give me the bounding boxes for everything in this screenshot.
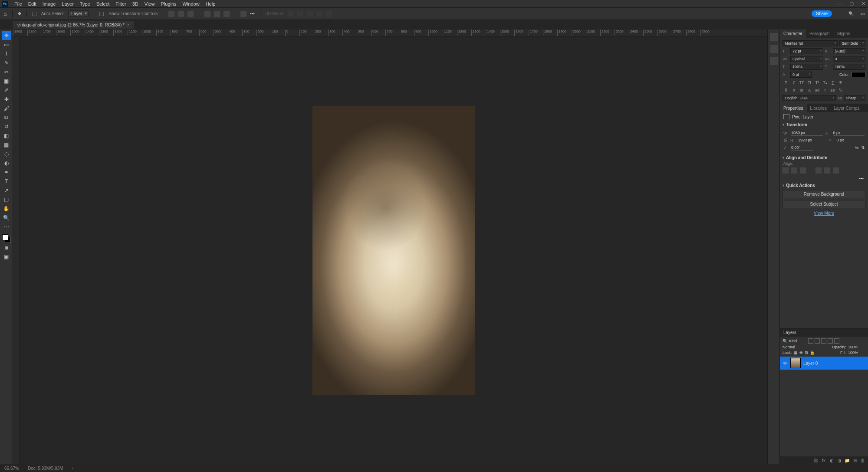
filter-pixel-icon[interactable] [808, 338, 813, 344]
auto-select-checkbox[interactable] [32, 12, 36, 16]
close-icon[interactable]: ✕ [861, 1, 865, 7]
tab-properties[interactable]: Properties [780, 104, 807, 112]
leading-field[interactable]: (Auto) [833, 48, 866, 54]
font-size-field[interactable]: 72 pt [790, 48, 823, 54]
frame-tool[interactable]: ▣ [2, 77, 11, 85]
filter-shape-icon[interactable] [828, 338, 833, 344]
align-left-button[interactable] [783, 167, 789, 174]
menu-3d[interactable]: 3D [129, 1, 141, 7]
move-tool[interactable]: ✥ [2, 31, 11, 40]
align-vcenter-button[interactable] [824, 167, 830, 174]
menu-edit[interactable]: Edit [25, 1, 39, 7]
auto-select-dropdown[interactable]: Layer [68, 10, 89, 17]
menu-image[interactable]: Image [39, 1, 59, 7]
language-dropdown[interactable]: English: USA [783, 95, 836, 101]
titling-button[interactable]: T [822, 87, 829, 93]
layer-group-icon[interactable]: 📁 [845, 458, 850, 463]
marquee-tool[interactable]: ▭ [2, 40, 11, 49]
align-more-icon[interactable]: ••• [780, 175, 868, 182]
ligatures-button[interactable]: fi [783, 87, 789, 93]
dock-adjustments-icon[interactable] [770, 57, 778, 65]
remove-background-button[interactable]: Remove Background [783, 190, 865, 198]
quick-actions-header[interactable]: Quick Actions [780, 182, 868, 189]
zoom-tool[interactable]: 🔍 [2, 213, 11, 222]
hscale-field[interactable]: 100% [833, 64, 866, 70]
discretionary-button[interactable]: st [798, 87, 805, 93]
layer-name[interactable]: Layer 0 [803, 361, 818, 366]
align-center-h-icon[interactable] [178, 11, 184, 17]
edit-toolbar[interactable]: ⋯ [2, 223, 11, 231]
swash-button[interactable]: A [806, 87, 813, 93]
menu-help[interactable]: Help [203, 1, 219, 7]
shape-tool[interactable]: ▢ [2, 195, 11, 204]
minimize-icon[interactable]: — [837, 1, 842, 7]
blend-mode-dropdown[interactable]: Normal [783, 345, 830, 349]
dock-color-icon[interactable] [770, 33, 778, 41]
tracking-field[interactable]: 0 [833, 56, 866, 62]
superscript-button[interactable]: T¹ [814, 79, 821, 85]
blur-tool[interactable]: ◌ [2, 150, 11, 158]
select-subject-button[interactable]: Select Subject [783, 200, 865, 208]
history-brush-tool[interactable]: ↺ [2, 122, 11, 131]
strike-button[interactable]: T [837, 79, 844, 85]
lock-artboard-icon[interactable]: ⊞ [805, 351, 808, 355]
ruler-horizontal[interactable]: 1900180017001600150014001300120011001000… [13, 30, 767, 36]
layer-row[interactable]: 👁 Layer 0 [780, 357, 868, 370]
menu-filter[interactable]: Filter [112, 1, 129, 7]
tab-libraries[interactable]: Libraries [807, 104, 830, 112]
underline-button[interactable]: T [829, 79, 836, 85]
eyedropper-tool[interactable]: ✐ [2, 86, 11, 95]
align-hcenter-button[interactable] [791, 167, 797, 174]
color-swatches[interactable] [2, 234, 11, 243]
hand-tool[interactable]: ✋ [2, 204, 11, 213]
selection-tool[interactable]: ✎ [2, 59, 11, 67]
link-layers-icon[interactable]: ⛓ [813, 458, 819, 463]
workspace-icon[interactable]: ▭ [861, 11, 865, 16]
distribute-icon[interactable] [240, 11, 247, 17]
eraser-tool[interactable]: ◧ [2, 131, 11, 140]
transform-header[interactable]: Transform [780, 121, 868, 128]
gradient-tool[interactable]: ▦ [2, 141, 11, 149]
stylistic-alt-button[interactable]: ad [814, 87, 821, 93]
type-tool[interactable]: T [2, 177, 11, 186]
share-button[interactable]: Share [812, 10, 832, 17]
delete-layer-icon[interactable]: 🗑 [860, 458, 865, 463]
dock-swatches-icon[interactable] [770, 45, 778, 53]
align-center-v-icon[interactable] [214, 11, 220, 17]
font-style-dropdown[interactable]: SemiBold [839, 40, 865, 46]
maximize-icon[interactable]: ▢ [849, 1, 854, 7]
ordinals-button[interactable]: 1st [829, 87, 836, 93]
align-bottom-icon[interactable] [224, 11, 230, 17]
filter-adjust-icon[interactable] [815, 338, 820, 344]
align-top-button[interactable] [815, 167, 822, 174]
faux-bold-button[interactable]: T [783, 79, 789, 85]
y-field[interactable]: 0 px [837, 138, 865, 143]
tab-close-icon[interactable]: × [127, 23, 129, 27]
layers-search-icon[interactable]: 🔍 [783, 339, 787, 343]
contextual-alt-button[interactable]: σ [790, 87, 797, 93]
smallcaps-button[interactable]: Tt [806, 79, 813, 85]
status-chevron-icon[interactable]: › [72, 466, 73, 471]
filter-type-icon[interactable] [821, 338, 826, 344]
height-field[interactable]: 1920 px [798, 138, 826, 143]
menu-plugins[interactable]: Plugins [158, 1, 179, 7]
search-icon[interactable]: 🔍 [848, 11, 854, 16]
fg-color-swatch[interactable] [2, 234, 8, 240]
move-tool-icon[interactable]: ✥ [18, 11, 21, 16]
kerning-field[interactable]: Optical [790, 56, 823, 62]
faux-italic-button[interactable]: T [790, 79, 797, 85]
tab-glyphs[interactable]: Glyphs [833, 30, 854, 38]
allcaps-button[interactable]: TT [798, 79, 805, 85]
tab-layer-comps[interactable]: Layer Comps [830, 104, 863, 112]
layer-fx-icon[interactable]: fx [821, 458, 826, 463]
text-color-swatch[interactable] [852, 72, 865, 77]
link-wh-icon[interactable]: ⛓ [783, 138, 788, 143]
dodge-tool[interactable]: ◐ [2, 159, 11, 167]
document-tab[interactable]: vintage-photo-original.jpg @ 66.7% (Laye… [13, 21, 134, 29]
layers-header[interactable]: Layers [780, 328, 868, 337]
baseline-field[interactable]: 0 pt [790, 72, 812, 78]
rotation-field[interactable]: 0.00° [791, 145, 813, 151]
vscale-field[interactable]: 100% [790, 64, 823, 70]
layer-mask-icon[interactable]: ◐ [829, 458, 834, 463]
layer-visibility-icon[interactable]: 👁 [783, 361, 788, 366]
